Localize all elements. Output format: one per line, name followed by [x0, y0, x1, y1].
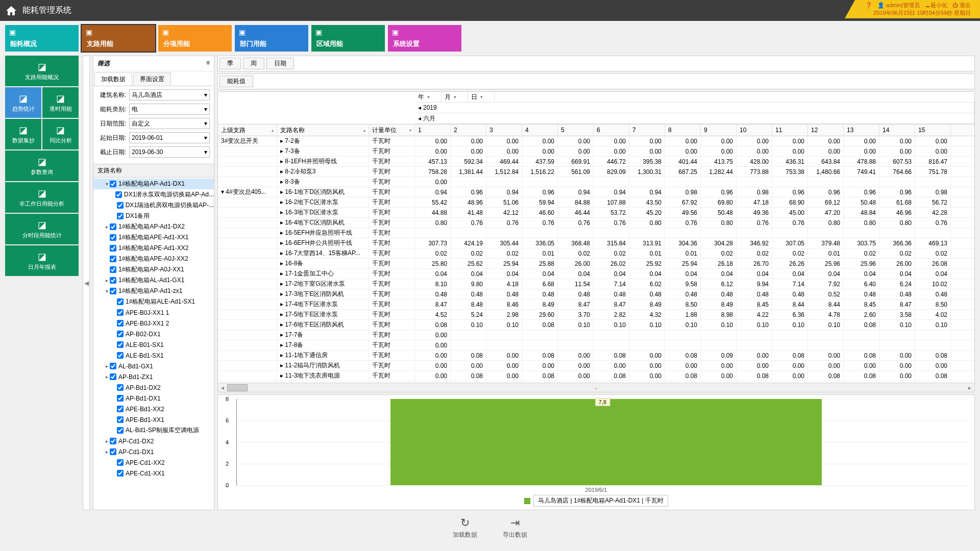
energy-type-select[interactable]: 电▾	[129, 104, 210, 115]
col-day-2[interactable]: 2	[451, 124, 486, 136]
help-icon[interactable]: ❓	[865, 2, 872, 9]
table-row[interactable]: ▸ 16-6EFH井公共照明干线千瓦时307.73424.19305.44336…	[218, 238, 974, 248]
tree-node[interactable]: AP-Bd1-DX2	[93, 382, 214, 393]
filter-tab-加载数据[interactable]: 加载数据	[94, 72, 132, 86]
table-row[interactable]: ▸ 8-1EFH井照明母线千瓦时457.13592.34469.44437.59…	[218, 157, 974, 167]
time-tab-季[interactable]: 季	[219, 58, 241, 69]
table-row[interactable]: ▸ 8-3备千瓦时0.00	[218, 177, 974, 187]
table-row[interactable]: ▸ 16-8备千瓦时25.8025.6225.9425.8826.0026.02…	[218, 259, 974, 269]
tree-node[interactable]: 1#栋配电箱APE-Ad1-XX2	[93, 243, 214, 254]
nav-能耗概况[interactable]: ▣能耗概况	[5, 25, 79, 52]
tree-node[interactable]: APE-Cd1-XX2	[93, 457, 214, 468]
table-row[interactable]: ▸ 11-3地下洗衣房电源千瓦时0.000.080.000.080.000.08…	[218, 371, 974, 381]
table-row[interactable]: ▸ 16-7大堂西14、15客梯AP...千瓦时0.020.020.020.01…	[218, 248, 974, 259]
tree-node[interactable]: ▾1#栋配电箱AP-Ad1-DX1	[93, 179, 214, 189]
tree-node[interactable]: AP-B02-DX1	[93, 329, 214, 339]
table-row[interactable]: ▸ 11-1地下通信房千瓦时0.000.080.000.080.000.080.…	[218, 350, 974, 361]
start-date-input[interactable]: 2019-06-01▾	[129, 132, 210, 143]
tree-node[interactable]: 1#栋配电箱APE-A0J-XX2	[93, 254, 214, 264]
col-day-8[interactable]: 8	[665, 124, 701, 136]
table-row[interactable]: ▸ 17-4地下F区潜水泵千瓦时8.478.488.468.498.478.47…	[218, 299, 974, 310]
col-day-5[interactable]: 5	[558, 124, 594, 136]
load-data-button[interactable]: ↻加载数据	[453, 516, 477, 539]
chart-bar[interactable]	[390, 399, 822, 485]
side-数据集抄[interactable]: ◪数据集抄	[5, 119, 41, 149]
date-range-select[interactable]: 自定义▾	[129, 118, 210, 129]
tree-node[interactable]: APE-Cd1-XX1	[93, 468, 214, 479]
tree-node[interactable]: 1#栋配电箱APE-Ad1-XX1	[93, 232, 214, 243]
table-row[interactable]: ▸ 17-3地下E区消防风机千瓦时0.480.480.480.480.480.4…	[218, 289, 974, 299]
col-name[interactable]: 支路名称▴	[277, 124, 369, 136]
table-row[interactable]: ▸ 17-5地下E区潜水泵千瓦时4.525.242.9829.603.702.8…	[218, 310, 974, 320]
table-row[interactable]: ▸ 16-4地下C区消防风机千瓦时0.800.760.760.760.760.7…	[218, 218, 974, 228]
col-day-10[interactable]: 10	[737, 124, 772, 136]
tree-node[interactable]: AP-Bd1-DX1	[93, 393, 214, 404]
tree-node[interactable]: DX1隔油机房双电源切换箱AP-...	[93, 200, 214, 211]
filter-collapse-icon[interactable]: ≡	[206, 59, 210, 68]
col-day-9[interactable]: 9	[701, 124, 737, 136]
tree-node[interactable]: ▸AL-Bd1-GX1	[93, 361, 214, 371]
branch-tree[interactable]: ▾1#栋配电箱AP-Ad1-DX1DX1潜水泵双电源切换箱AP-Ad...DX1…	[93, 178, 214, 510]
tree-node[interactable]: ALE-B01-SX1	[93, 339, 214, 350]
tree-node[interactable]: APE-B0J-XX1 1	[93, 307, 214, 318]
tree-node[interactable]: ALE-Bd1-SX1	[93, 350, 214, 361]
col-day-3[interactable]: 3	[486, 124, 522, 136]
col-day-12[interactable]: 12	[808, 124, 844, 136]
grid-hscroll[interactable]: ◂⌄▸	[218, 383, 974, 392]
filter-tab-界面设置[interactable]: 界面设置	[133, 72, 171, 86]
end-date-input[interactable]: 2019-06-30▾	[129, 146, 210, 158]
tree-node[interactable]: ▸1#栋配电箱AL-Ad1-GX1	[93, 275, 214, 286]
nav-系统设置[interactable]: ▣系统设置	[388, 25, 461, 52]
tree-node[interactable]: ▸AP-Bd1-ZX1	[93, 371, 214, 382]
grid-body[interactable]: 3#变次总开关▸ 7-2备千瓦时0.000.000.000.000.000.00…	[218, 136, 974, 383]
side-分时段用能统计[interactable]: ◪分时段用能统计	[5, 214, 79, 244]
table-row[interactable]: ▸ 17-2地下室G区潜水泵千瓦时8.109.804.186.6811.547.…	[218, 279, 974, 289]
tree-node[interactable]: 1#栋配电箱AP-A0J-XX1	[93, 264, 214, 275]
nav-支路用能[interactable]: ▣支路用能	[82, 25, 155, 52]
nav-区域用能[interactable]: ▣区域用能	[311, 25, 385, 52]
tree-node[interactable]: ▸AP-Cd1-DX1	[93, 446, 214, 457]
col-day-14[interactable]: 14	[879, 124, 915, 136]
col-day-1[interactable]: 1	[415, 124, 451, 136]
col-day-6[interactable]: 6	[594, 124, 629, 136]
building-select[interactable]: 马儿岛酒店▾	[129, 89, 210, 101]
nav-部门用能[interactable]: ▣部门用能	[235, 25, 308, 52]
col-unit[interactable]: 计量单位▾	[369, 124, 415, 136]
side-非工作日用能分析[interactable]: ◪非工作日用能分析	[5, 182, 79, 213]
year-value[interactable]: ◂ 2019	[415, 103, 974, 113]
time-tab-周[interactable]: 周	[243, 58, 264, 69]
month-value[interactable]: ◂ 六月	[415, 113, 974, 123]
tree-node[interactable]: APE-B0J-XX1 2	[93, 318, 214, 329]
tree-node[interactable]: ▾1#栋配电箱AP-Ad1-zx1	[93, 286, 214, 296]
col-day-7[interactable]: 7	[629, 124, 665, 136]
tree-node[interactable]: ▸AP-Cd1-DX2	[93, 436, 214, 446]
tree-node[interactable]: DX1备用	[93, 211, 214, 221]
tree-node[interactable]: 1#栋配电箱ALE-Ad1-SX1	[93, 296, 214, 307]
table-row[interactable]: ▸ 16-5EFH井应急照明干线千瓦时	[218, 228, 974, 238]
table-row[interactable]: ▸ 11-2福马厅消防风机千瓦时0.000.000.000.000.000.00…	[218, 361, 974, 371]
tree-node[interactable]: DX1潜水泵双电源切换箱AP-Ad...	[93, 189, 214, 200]
time-tab-日期[interactable]: 日期	[266, 58, 294, 69]
tree-node[interactable]: AL-Bd1-SP制服库空调电源	[93, 425, 214, 436]
side-逐时用能[interactable]: ◪逐时用能	[42, 87, 79, 118]
month-select[interactable]: 月	[442, 92, 468, 102]
table-row[interactable]: ▸ 17-6地下E区消防风机千瓦时0.080.100.100.080.100.1…	[218, 320, 974, 330]
table-row[interactable]: 3#变次总开关▸ 7-2备千瓦时0.000.000.000.000.000.00…	[218, 136, 974, 146]
tree-node[interactable]: APE-Bd1-XX2	[93, 404, 214, 414]
table-row[interactable]: ▸ 17-1金蛋加工中心千瓦时0.040.040.040.040.040.040…	[218, 269, 974, 279]
table-row[interactable]: ▸ 17-7备千瓦时0.00	[218, 330, 974, 340]
year-select[interactable]: 年	[415, 92, 442, 102]
tree-node[interactable]: APE-Bd1-XX1	[93, 414, 214, 425]
home-icon[interactable]	[5, 5, 17, 17]
nav-分项用能[interactable]: ▣分项用能	[158, 25, 232, 52]
minimize-link[interactable]: 🗕最小化	[925, 2, 947, 9]
side-同比分析[interactable]: ◪同比分析	[42, 119, 79, 149]
logout-link[interactable]: ⏻ 退出	[952, 2, 971, 9]
col-day-13[interactable]: 13	[844, 124, 879, 136]
collapse-handle[interactable]: ◀	[83, 56, 90, 510]
col-parent[interactable]: 上级支路▴	[218, 124, 277, 136]
col-day-4[interactable]: 4	[522, 124, 558, 136]
table-row[interactable]: ▸ 17-8备千瓦时0.00	[218, 340, 974, 350]
table-row[interactable]: ▸ 8-2冷却泵3千瓦时758.281,381.441,512.841,516.…	[218, 167, 974, 177]
side-参数查询[interactable]: ◪参数查询	[5, 151, 79, 181]
